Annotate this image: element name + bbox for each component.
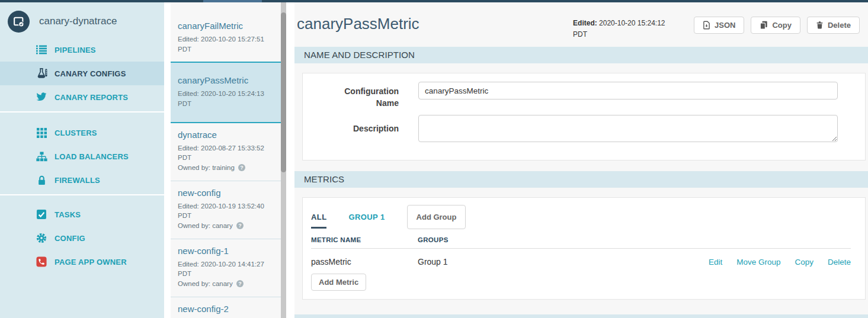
- sidebar-item-page-app-owner[interactable]: PAGE APP OWNER: [0, 250, 164, 274]
- sidebar-item-label: LOAD BALANCERS: [55, 152, 129, 161]
- bird-icon: [35, 92, 48, 102]
- copy-button[interactable]: Copy: [751, 17, 800, 34]
- column-header-metric-name: METRIC NAME: [311, 236, 418, 243]
- config-name-label: Configuration Name: [303, 82, 399, 109]
- detail-header: canaryPassMetric Edited: 2020-10-20 15:2…: [294, 2, 868, 40]
- flask-icon: [35, 68, 48, 79]
- sidebar-item-label: TASKS: [55, 210, 81, 219]
- add-metric-button[interactable]: Add Metric: [311, 274, 366, 291]
- config-name: new-config-2: [178, 304, 274, 314]
- app-name: canary-dynatrace: [39, 15, 117, 27]
- sidebar-item-label: CANARY CONFIGS: [55, 69, 126, 78]
- sidebar-item-pipelines[interactable]: PIPELINES: [0, 38, 164, 62]
- config-list-item[interactable]: canaryFailMetric Edited: 2020-10-20 15:2…: [171, 14, 281, 62]
- delete-button[interactable]: Delete: [807, 17, 860, 34]
- tab-all[interactable]: ALL: [311, 205, 326, 229]
- sidebar-item-canary-configs[interactable]: CANARY CONFIGS: [0, 62, 164, 85]
- config-list-item[interactable]: dynatrace Edited: 2020-08-27 15:33:52 PD…: [171, 123, 281, 181]
- phone-icon: [35, 256, 48, 267]
- sidebar-item-canary-reports[interactable]: CANARY REPORTS: [0, 85, 164, 109]
- config-name: dynatrace: [178, 130, 274, 140]
- top-bar: [0, 0, 868, 2]
- metric-groups-cell: Group 1: [418, 257, 709, 266]
- column-header-groups: GROUPS: [418, 236, 851, 243]
- sidebar-item-label: PIPELINES: [55, 46, 96, 54]
- config-owner: Owned by: training: [178, 163, 274, 173]
- list-icon: [35, 45, 48, 54]
- metric-table-header: METRIC NAME GROUPS: [311, 236, 851, 249]
- config-edited: Edited: 2020-08-27 15:33:52 PDT: [178, 143, 274, 163]
- scrollbar-thumb[interactable]: [281, 12, 286, 172]
- config-name: canaryFailMetric: [178, 21, 274, 31]
- config-list-item[interactable]: new-config-2 Edited: 2020-10-20 15:09:44…: [171, 297, 281, 318]
- file-code-icon: [703, 21, 710, 30]
- config-name-input[interactable]: [418, 82, 838, 99]
- sidebar-item-clusters[interactable]: CLUSTERS: [0, 121, 164, 144]
- sitemap-icon: [35, 152, 48, 162]
- nav-group-app: TASKS CONFIG PAGE APP OWN: [0, 195, 164, 276]
- tab-group-1[interactable]: GROUP 1: [348, 205, 385, 229]
- help-icon[interactable]: [238, 164, 245, 171]
- sidebar-item-label: CONFIG: [55, 234, 85, 243]
- row-actions: Edit Move Group Copy Delete: [709, 258, 851, 266]
- nav-group-infrastructure: CLUSTERS LOAD BALANCERS FIR: [0, 113, 164, 195]
- sidebar-item-load-balancers[interactable]: LOAD BALANCERS: [0, 144, 164, 168]
- topbar-scroll-indicator: [203, 0, 262, 2]
- copy-icon: [760, 21, 768, 30]
- config-list-scrollbar[interactable]: [281, 2, 286, 318]
- sidebar-item-firewalls[interactable]: FIREWALLS: [0, 168, 164, 192]
- config-list-item[interactable]: new-config Edited: 2020-10-19 13:52:40 P…: [171, 181, 281, 239]
- next-section-header-partial: [294, 314, 868, 318]
- nav-group-delivery: PIPELINES CANARY CONFIGS: [0, 38, 164, 113]
- description-row: Description: [303, 115, 838, 142]
- sidebar-item-config[interactable]: CONFIG: [0, 226, 164, 250]
- metric-group-tabs: ALL GROUP 1 Add Group: [311, 205, 851, 229]
- config-name: canaryPassMetric: [178, 75, 274, 85]
- lock-icon: [35, 175, 48, 186]
- add-group-button[interactable]: Add Group: [407, 205, 466, 229]
- config-list-item[interactable]: new-config-1 Edited: 2020-10-20 14:41:27…: [171, 239, 281, 297]
- description-label: Description: [303, 123, 399, 135]
- config-name: new-config: [178, 188, 274, 198]
- config-name: new-config-1: [178, 246, 274, 256]
- edited-timestamp: Edited: 2020-10-20 15:24:12 PDT: [573, 15, 678, 40]
- sidebar-item-label: FIREWALLS: [55, 176, 100, 185]
- check-square-icon: [35, 210, 48, 219]
- json-button[interactable]: JSON: [694, 17, 744, 34]
- sidebar: canary-dynatrace PIPELINES: [0, 2, 164, 318]
- copy-link[interactable]: Copy: [795, 258, 813, 266]
- application-icon: [8, 11, 30, 33]
- gear-icon: [35, 233, 48, 243]
- config-edited: Edited: 2020-10-20 14:41:27 PDT: [178, 259, 274, 279]
- config-edited: Edited: 2020-10-19 13:52:40 PDT: [178, 201, 274, 221]
- section-header-name-description: NAME AND DESCRIPTION: [294, 47, 868, 63]
- config-edited: Edited: 2020-10-20 15:27:51 PDT: [178, 34, 274, 54]
- panel-divider: [164, 2, 171, 318]
- sidebar-item-tasks[interactable]: TASKS: [0, 203, 164, 226]
- metric-table-row: passMetric Group 1 Edit Move Group Copy …: [311, 249, 851, 273]
- metric-table: METRIC NAME GROUPS passMetric Group 1 Ed…: [311, 236, 851, 291]
- config-owner: Owned by: canary: [178, 279, 274, 289]
- page-title: canaryPassMetric: [297, 15, 573, 33]
- config-owner: Owned by: canary: [178, 221, 274, 231]
- sidebar-item-label: PAGE APP OWNER: [55, 258, 127, 266]
- name-description-card: Configuration Name Description: [302, 73, 866, 160]
- move-group-link[interactable]: Move Group: [736, 258, 780, 266]
- sidebar-item-label: CLUSTERS: [55, 129, 97, 137]
- help-icon[interactable]: [236, 222, 244, 229]
- help-icon[interactable]: [236, 280, 244, 287]
- section-header-metrics: METRICS: [294, 171, 868, 188]
- canary-config-list: canaryFailMetric Edited: 2020-10-20 15:2…: [171, 2, 281, 318]
- config-edited: Edited: 2020-10-20 15:24:13 PDT: [178, 89, 274, 108]
- trash-icon: [816, 21, 824, 30]
- grid-icon: [35, 128, 48, 138]
- delete-link[interactable]: Delete: [828, 258, 851, 266]
- metric-name-cell: passMetric: [311, 257, 418, 266]
- edit-link[interactable]: Edit: [709, 258, 722, 266]
- description-textarea[interactable]: [418, 115, 838, 142]
- config-name-row: Configuration Name: [303, 82, 838, 109]
- app-header: canary-dynatrace: [0, 2, 164, 38]
- sidebar-item-label: CANARY REPORTS: [55, 93, 128, 102]
- config-list-item-selected[interactable]: canaryPassMetric Edited: 2020-10-20 15:2…: [171, 62, 281, 123]
- panel-divider: [286, 2, 294, 318]
